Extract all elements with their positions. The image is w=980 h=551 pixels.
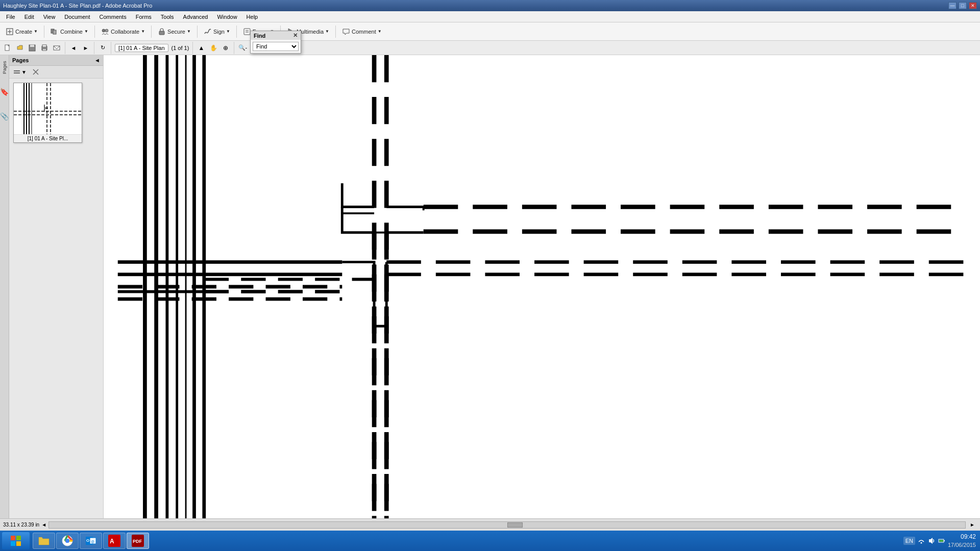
maximize-button[interactable]: □ [959,2,967,9]
svg-rect-4 [53,30,56,34]
taskbar-file-explorer[interactable] [33,533,55,549]
scroll-thumb[interactable] [507,522,523,528]
panel-header: Pages ◄ [9,55,103,66]
taskbar-acrobat-pdf[interactable]: PDF [127,533,149,549]
status-right: ► [968,520,977,530]
svg-rect-15 [30,45,34,47]
menu-advanced[interactable]: Advanced [179,13,212,21]
taskbar-chrome[interactable] [56,533,79,549]
taskbar-acrobat-red[interactable]: A [103,533,126,549]
pages-panel: Pages ◄ ▼ [9,55,104,518]
svg-rect-59 [16,541,21,546]
find-close-button[interactable]: ✕ [293,32,298,39]
status-coordinates: 33.11 x 23.39 in [3,522,39,528]
language-indicator: EN [903,537,915,545]
zoom-out-button[interactable]: 🔍- [237,42,248,54]
sign-button[interactable]: Sign ▼ [200,26,234,38]
menu-help[interactable]: Help [242,13,262,21]
sign-icon [204,28,212,36]
window-controls: — □ ✕ [948,2,977,9]
menu-comments[interactable]: Comments [95,13,131,21]
combine-button[interactable]: Combine ▼ [47,26,92,38]
taskbar-outlook[interactable]: @ O [80,533,102,549]
open-button[interactable] [14,42,26,54]
horizontal-scrollbar[interactable] [48,521,966,529]
tray-network-icon[interactable] [917,537,925,545]
svg-rect-58 [11,541,15,546]
new-button[interactable] [2,42,13,54]
clock-display: 09:42 17/06/2015 [948,533,976,548]
tray-battery-icon[interactable] [938,537,946,545]
taskbar-right: EN 09:42 17/06/2015 [903,533,978,548]
menu-document[interactable]: Document [60,13,94,21]
sep-nav5 [234,42,234,54]
svg-rect-8 [244,29,250,35]
svg-rect-20 [14,70,20,71]
print-button[interactable] [39,42,50,54]
save-button[interactable] [27,42,38,54]
comment-icon [342,28,350,36]
page-thumbnail-1[interactable]: [1] 01 A - Site Pl... [13,83,82,143]
status-left: 33.11 x 23.39 in ◄ [3,522,46,528]
panel-options-btn[interactable]: ▼ [11,67,29,77]
svg-rect-75 [939,540,943,542]
tray-speaker-icon[interactable] [927,537,936,545]
scroll-left-arrow[interactable]: ◄ [41,522,46,528]
menu-tools[interactable]: Tools [157,13,178,21]
comment-button[interactable]: Comment ▼ [338,26,385,38]
hand-tool[interactable]: ✋ [208,42,219,54]
pages-panel-icon[interactable]: Pages [1,57,9,78]
svg-text:O: O [86,538,89,543]
start-button[interactable] [2,532,30,549]
close-button[interactable]: ✕ [969,2,977,9]
menu-window[interactable]: Window [213,13,241,21]
svg-point-5 [102,29,105,32]
svg-rect-74 [944,540,945,541]
sep2 [94,26,95,38]
sep7 [335,26,336,38]
forward-button[interactable]: ► [80,42,91,54]
secure-icon [158,28,166,36]
page-info: [1] 01 A - Site Plan [115,44,168,52]
menu-view[interactable]: View [39,13,60,21]
panel-collapse-btn[interactable]: ◄ [94,57,100,63]
collaborate-button[interactable]: Collaborate ▼ [97,26,149,38]
secure-button[interactable]: Secure ▼ [154,26,194,38]
find-dropdown[interactable]: Find Find Next Find Previous [253,42,299,51]
svg-point-6 [105,29,108,32]
sep3 [151,26,152,38]
page-count: (1 of 1) [172,45,189,51]
pages-list: [1] 01 A - Site Pl... [9,79,103,518]
svg-point-71 [920,542,922,543]
scroll-area [46,521,968,529]
refresh-button[interactable]: ↻ [97,42,108,54]
create-button[interactable]: Create ▼ [2,26,41,38]
svg-rect-7 [159,31,164,35]
svg-rect-57 [16,536,21,540]
svg-text:@: @ [91,540,94,543]
menu-forms[interactable]: Forms [132,13,156,21]
zoom-select-tool[interactable]: ⊕ [220,42,231,54]
select-tool[interactable]: ▲ [195,42,207,54]
combine-icon [51,28,59,36]
attachments-icon[interactable]: 📎 [1,106,9,127]
main-layout: Pages 🔖 📎 Pages ◄ ▼ [0,55,980,518]
back-button[interactable]: ◄ [68,42,79,54]
minimize-button[interactable]: — [948,2,957,9]
svg-point-62 [65,539,69,543]
taskbar: @ O A PDF EN [0,531,980,551]
create-icon [6,28,14,36]
scroll-right-arrow[interactable]: ► [968,520,977,530]
bookmarks-icon[interactable]: 🔖 [1,82,9,102]
panel-delete-btn[interactable] [30,67,41,77]
sep-nav3 [111,42,111,54]
email-button[interactable] [51,42,62,54]
sep-nav1 [65,42,65,54]
menu-file[interactable]: File [2,13,19,21]
collaborate-icon [101,28,109,36]
system-tray: EN [903,537,946,545]
panel-toolbar: ▼ [9,66,103,79]
menu-bar: File Edit View Document Comments Forms T… [0,11,980,22]
status-bar: 33.11 x 23.39 in ◄ ► [0,518,980,531]
menu-edit[interactable]: Edit [20,13,38,21]
